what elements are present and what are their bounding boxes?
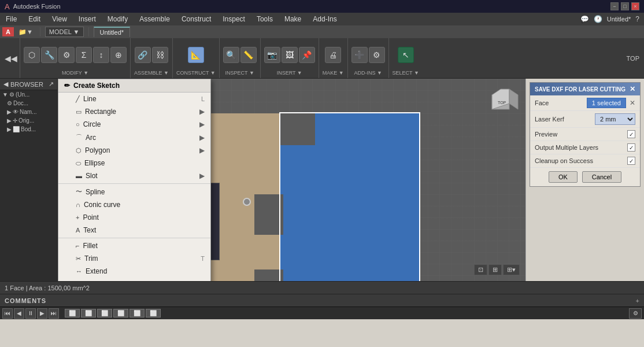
inspect-icon-2[interactable]: 📏 <box>240 47 257 63</box>
tree-root[interactable]: ▼ ⚙ (Un... <box>0 90 57 99</box>
dd-item-text[interactable]: A Text <box>58 224 210 237</box>
dd-item-extend[interactable]: ↔ Extend <box>58 265 210 278</box>
menu-view[interactable]: View <box>46 13 73 25</box>
dd-item-trim[interactable]: ✂ Trim T <box>58 252 210 265</box>
model-mode-btn[interactable]: MODEL ▼ <box>45 27 84 37</box>
close-button[interactable]: × <box>631 2 639 10</box>
model-view-6[interactable]: ⬜ <box>146 309 161 318</box>
model-view-2[interactable]: ⬜ <box>81 309 96 318</box>
dropdown-header-label: Create Sketch <box>73 82 120 90</box>
handle-dot[interactable] <box>243 198 251 206</box>
dd-item-polygon[interactable]: ⬡ Polygon ▶ <box>58 144 210 157</box>
left-panel-collapse[interactable]: ◀ <box>3 80 8 88</box>
zoom-options-btn[interactable]: ⊞▾ <box>503 264 520 275</box>
help-icon[interactable]: ? <box>635 15 639 23</box>
modify-label[interactable]: MODIFY ▼ <box>62 70 88 76</box>
select-icon-1[interactable]: ↖ <box>398 47 414 63</box>
dd-item-point[interactable]: + Point <box>58 211 210 224</box>
inspect-label[interactable]: INSPECT ▼ <box>225 70 254 76</box>
document-tab[interactable]: Untitled* <box>94 27 131 37</box>
make-label[interactable]: MAKE ▼ <box>323 70 344 76</box>
dd-item-conic[interactable]: ∩ Conic curve <box>58 198 210 211</box>
dropdown-header[interactable]: ✏ Create Sketch <box>58 79 210 93</box>
modify-icon-2[interactable]: 🔧 <box>41 47 57 63</box>
dxf-layers-check[interactable] <box>627 143 635 152</box>
modify-icon-5[interactable]: ↕ <box>93 47 109 63</box>
menu-modify[interactable]: Modify <box>102 13 134 25</box>
construct-icon-1[interactable]: 📐 <box>188 47 204 63</box>
dd-item-break[interactable]: ⌇ Break <box>58 278 210 281</box>
dd-item-circle[interactable]: ○ Circle ▶ <box>58 118 210 131</box>
nav-pause-button[interactable]: ⏸ <box>25 308 36 319</box>
dxf-face-clear[interactable]: ✕ <box>630 99 635 107</box>
nav-first-button[interactable]: ⏮ <box>2 308 13 319</box>
maximize-button[interactable]: □ <box>621 2 629 10</box>
menu-make[interactable]: Make <box>279 13 307 25</box>
nav-play-button[interactable]: ▶ <box>37 308 47 319</box>
model-view-3[interactable]: ⬜ <box>97 309 112 318</box>
dd-item-ellipse[interactable]: ⬭ Ellipse <box>58 157 210 169</box>
menu-file[interactable]: File <box>0 13 23 25</box>
insert-icon-2[interactable]: 🖼 <box>282 47 298 63</box>
assemble-label[interactable]: ASSEMBLE ▼ <box>134 70 169 76</box>
browser-expand[interactable]: ↗ <box>49 80 54 88</box>
zoom-fit-btn[interactable]: ⊡ <box>474 264 487 275</box>
menu-tools[interactable]: Tools <box>251 13 279 25</box>
select-label[interactable]: SELECT ▼ <box>393 70 419 76</box>
dd-item-slot[interactable]: ▬ Slot ▶ <box>58 169 210 182</box>
insert-icon-3[interactable]: 📌 <box>299 47 315 63</box>
menu-assemble[interactable]: Assemble <box>134 13 176 25</box>
insert-icon-1[interactable]: 📷 <box>264 47 280 63</box>
zoom-grid-btn[interactable]: ⊞ <box>488 264 502 275</box>
dxf-face-value[interactable]: 1 selected <box>587 98 626 108</box>
tree-bodies[interactable]: ▶ ⬜ Bod... <box>0 125 57 134</box>
left-panel-toggle[interactable]: ◀◀ <box>5 54 17 63</box>
nav-last-button[interactable]: ⏭ <box>49 308 59 319</box>
chat-icon[interactable]: 💬 <box>580 15 589 23</box>
model-view-4[interactable]: ⬜ <box>113 309 128 318</box>
make-icon-1[interactable]: 🖨 <box>325 47 341 63</box>
minimize-button[interactable]: − <box>610 2 619 10</box>
tree-doc-settings[interactable]: ⚙ Doc... <box>0 99 57 108</box>
addins-label[interactable]: ADD-INS ▼ <box>354 70 382 76</box>
tree-origin[interactable]: ▶ ✛ Orig... <box>0 116 57 125</box>
insert-label[interactable]: INSERT ▼ <box>277 70 302 76</box>
dd-item-spline[interactable]: 〜 Spline <box>58 185 210 198</box>
addins-icons: ➕ ⚙ <box>351 40 385 69</box>
settings-button[interactable]: ⚙ <box>629 308 642 319</box>
modify-icon-6[interactable]: ⊕ <box>110 47 127 63</box>
model-view-1[interactable]: ⬜ <box>65 309 80 318</box>
comments-expand-button[interactable]: + <box>636 297 639 304</box>
dxf-preview-check[interactable] <box>627 130 635 138</box>
dxf-ok-button[interactable]: OK <box>549 171 578 183</box>
dxf-cleanup-check[interactable] <box>627 157 635 165</box>
assemble-icon-2[interactable]: ⛓ <box>152 47 168 63</box>
menu-edit[interactable]: Edit <box>23 13 46 25</box>
dd-item-arc[interactable]: ⌒ Arc ▶ <box>58 131 210 144</box>
dd-item-rectangle[interactable]: ▭ Rectangle ▶ <box>58 105 210 118</box>
dxf-kerf-select[interactable]: 2 mm 1 mm 0.5 mm <box>595 113 635 125</box>
inspect-icon-1[interactable]: 🔍 <box>223 47 239 63</box>
dxf-cancel-button[interactable]: Cancel <box>582 171 621 183</box>
viewcube[interactable]: TOP <box>486 83 521 118</box>
dd-item-fillet[interactable]: ⌐ Fillet <box>58 239 210 252</box>
clock-icon[interactable]: 🕐 <box>594 15 602 23</box>
file-menu-btn[interactable]: 📁▼ <box>16 27 35 37</box>
modify-icon-3[interactable]: ⚙ <box>58 47 75 63</box>
nav-prev-button[interactable]: ◀ <box>14 308 24 319</box>
dxf-close-button[interactable]: ✕ <box>630 85 635 93</box>
canvas-area[interactable]: TOP X Y Z ⊡ ⊞ ⊞▾ Generates a DXF file ac <box>58 79 525 281</box>
construct-label[interactable]: CONSTRUCT ▼ <box>176 70 216 76</box>
dd-item-line[interactable]: ╱ Line L <box>58 93 210 105</box>
addins-icon-1[interactable]: ➕ <box>351 47 368 63</box>
assemble-icon-1[interactable]: 🔗 <box>135 47 151 63</box>
model-view-5[interactable]: ⬜ <box>129 309 145 318</box>
menu-inspect[interactable]: Inspect <box>217 13 251 25</box>
modify-icon-1[interactable]: ⬡ <box>24 47 40 63</box>
menu-addins[interactable]: Add-Ins <box>307 13 342 25</box>
addins-icon-2[interactable]: ⚙ <box>369 47 385 63</box>
menu-construct[interactable]: Construct <box>176 13 217 25</box>
menu-insert[interactable]: Insert <box>73 13 102 25</box>
tree-named-views[interactable]: ▶ 👁 Nam... <box>0 108 57 116</box>
modify-icon-4[interactable]: Σ <box>76 47 92 63</box>
